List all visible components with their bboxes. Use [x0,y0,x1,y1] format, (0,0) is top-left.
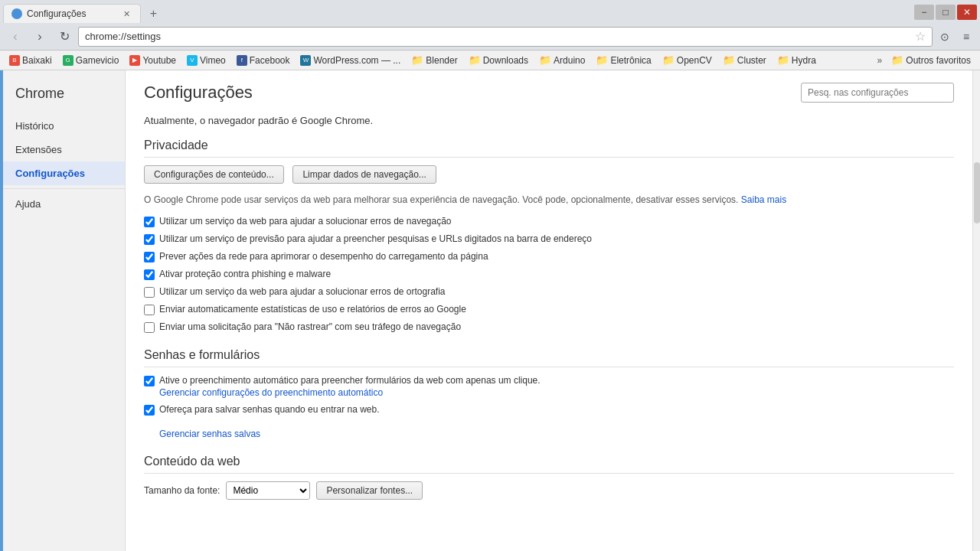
checkbox-label-0: Utilizar um serviço da web para ajudar a… [159,216,452,227]
bookmark-cluster-label: Cluster [737,55,766,66]
folder-icon: 📁 [411,54,423,66]
sidebar-app-title: Chrome [3,86,125,114]
font-size-select[interactable]: Médio Muito pequeno Pequeno Grande Muito… [226,481,310,500]
bookmark-wordpress-label: WordPress.com — ... [313,55,400,66]
checkbox-5[interactable] [144,305,155,315]
checkbox-row-1: Utilizar um serviço de previsão para aju… [144,233,954,245]
checkbox-row-0: Utilizar um serviço da web para ajudar a… [144,216,954,227]
checkbox-label-6: Enviar uma solicitação para "Não rastrea… [159,321,461,332]
clear-data-button[interactable]: Limpar dados de navegação... [292,165,436,184]
checkbox-2[interactable] [144,252,155,262]
bookmark-youtube[interactable]: ▶ Youtube [125,54,181,67]
bookmark-cluster[interactable]: 📁 Cluster [718,53,771,67]
bookmark-vimeo[interactable]: V Vimeo [182,54,230,67]
bookmark-outros[interactable]: 📁 Outros favoritos [887,53,975,67]
youtube-favicon: ▶ [129,55,140,66]
passwords-section: Senhas e formulários Ative o preenchimen… [144,348,954,439]
close-button[interactable]: ✕ [957,5,977,20]
save-passwords-row: Ofereça para salvar senhas quando eu ent… [144,404,954,439]
web-content-heading: Conteúdo da web [144,455,954,474]
passwords-heading: Senhas e formulários [144,348,954,367]
save-passwords-section: Ofereça para salvar senhas quando eu ent… [144,404,954,439]
tab-close-button[interactable]: ✕ [120,8,132,20]
autofill-checkbox[interactable] [144,376,155,386]
checkbox-6[interactable] [144,322,155,333]
bookmark-star-icon[interactable]: ☆ [915,29,926,44]
bookmark-downloads-label: Downloads [483,55,528,66]
bookmark-baixaki-label: Baixaki [22,55,52,66]
sidebar-divider [3,188,125,189]
address-bar[interactable]: chrome://settings ☆ [78,27,933,47]
bookmark-downloads[interactable]: 📁 Downloads [464,53,533,67]
bookmark-gamevicio[interactable]: G Gamevicio [58,54,124,67]
maximize-button[interactable]: □ [936,5,956,20]
checkbox-3[interactable] [144,269,155,280]
manage-passwords-link[interactable]: Gerenciar senhas salvas [159,429,380,439]
sidebar-configuracoes-label: Configurações [15,168,85,179]
scrollbar-thumb[interactable] [974,162,980,223]
font-size-row: Tamanho da fonte: Médio Muito pequeno Pe… [144,481,954,500]
new-tab-button[interactable]: + [144,4,163,23]
checkbox-row-4: Utilizar um serviço da web para ajudar a… [144,286,954,298]
autofill-manage-link[interactable]: Gerenciar configurações do preenchimento… [159,387,541,398]
facebook-favicon: f [237,55,247,66]
checkbox-1[interactable] [144,234,155,245]
sidebar: Chrome Histórico Extensões Configurações… [3,70,126,551]
bookmarks-bar: B Baixaki G Gamevicio ▶ Youtube V Vimeo … [0,51,980,70]
content-header: Configurações [144,83,954,103]
active-tab[interactable]: Configurações ✕ [3,4,141,23]
bookmark-opencv-label: OpenCV [677,55,712,66]
bookmark-arduino[interactable]: 📁 Arduino [534,53,590,67]
web-content-section: Conteúdo da web Tamanho da fonte: Médio … [144,455,954,500]
bookmark-wordpress[interactable]: W WordPress.com — ... [296,54,405,67]
vimeo-favicon: V [187,55,198,66]
sidebar-item-ajuda[interactable]: Ajuda [3,192,125,216]
default-browser-note: Atualmente, o navegador padrão é Google … [144,115,954,126]
checkbox-label-1: Utilizar um serviço de previsão para aju… [159,233,592,244]
autofill-section: Ative o preenchimento automático para pr… [144,375,954,398]
scrollbar[interactable] [972,70,980,551]
baixaki-favicon: B [9,55,20,66]
sidebar-item-historico[interactable]: Histórico [3,114,125,138]
bookmark-blender[interactable]: 📁 Blender [407,53,462,67]
bookmark-outros-label: Outros favoritos [906,55,971,66]
search-input[interactable] [801,83,954,103]
bookmark-hydra-label: Hydra [792,55,816,66]
folder-icon: 📁 [539,54,551,66]
sidebar-item-configuracoes[interactable]: Configurações [3,161,125,185]
sidebar-item-extensoes[interactable]: Extensões [3,138,125,161]
folder-icon: 📁 [469,54,481,66]
customize-fonts-button[interactable]: Personalizar fontes... [316,481,423,500]
tab-favicon [11,8,22,19]
checkbox-label-4: Utilizar um serviço da web para ajudar a… [159,286,446,297]
settings-content: Configurações Atualmente, o navegador pa… [126,70,972,551]
privacy-heading: Privacidade [144,139,954,158]
bookmark-baixaki[interactable]: B Baixaki [5,54,57,67]
learn-more-link[interactable]: Saiba mais [741,194,786,205]
bookmark-eletronica[interactable]: 📁 Eletrônica [591,53,655,67]
sidebar-ajuda-label: Ajuda [15,198,41,210]
refresh-button[interactable]: ↻ [54,26,75,47]
checkbox-4[interactable] [144,287,155,298]
content-settings-button[interactable]: Configurações de conteúdo... [144,165,284,184]
bookmark-gamevicio-label: Gamevicio [76,55,119,66]
bookmark-opencv[interactable]: 📁 OpenCV [658,53,717,67]
privacy-section: Privacidade Configurações de conteúdo...… [144,139,954,333]
font-size-label: Tamanho da fonte: [144,485,220,496]
folder-icon: 📁 [777,54,789,66]
forward-button[interactable]: › [29,26,51,47]
privacy-description: O Google Chrome pode usar serviços da we… [144,193,954,207]
checkbox-label-3: Ativar proteção contra phishing e malwar… [159,269,331,279]
folder-icon: 📁 [596,54,608,66]
save-passwords-checkbox[interactable] [144,405,155,416]
history-icon[interactable]: ⊙ [936,28,954,46]
checkbox-0[interactable] [144,217,155,227]
checkbox-label-2: Prever ações da rede para aprimorar o de… [159,251,488,262]
menu-icon[interactable]: ≡ [957,28,975,46]
bookmark-facebook[interactable]: f Facebook [232,54,295,67]
sidebar-historico-label: Histórico [15,120,54,132]
back-button[interactable]: ‹ [5,26,26,47]
more-bookmarks-button[interactable]: » [874,54,886,67]
minimize-button[interactable]: − [914,5,934,20]
bookmark-hydra[interactable]: 📁 Hydra [773,53,821,67]
